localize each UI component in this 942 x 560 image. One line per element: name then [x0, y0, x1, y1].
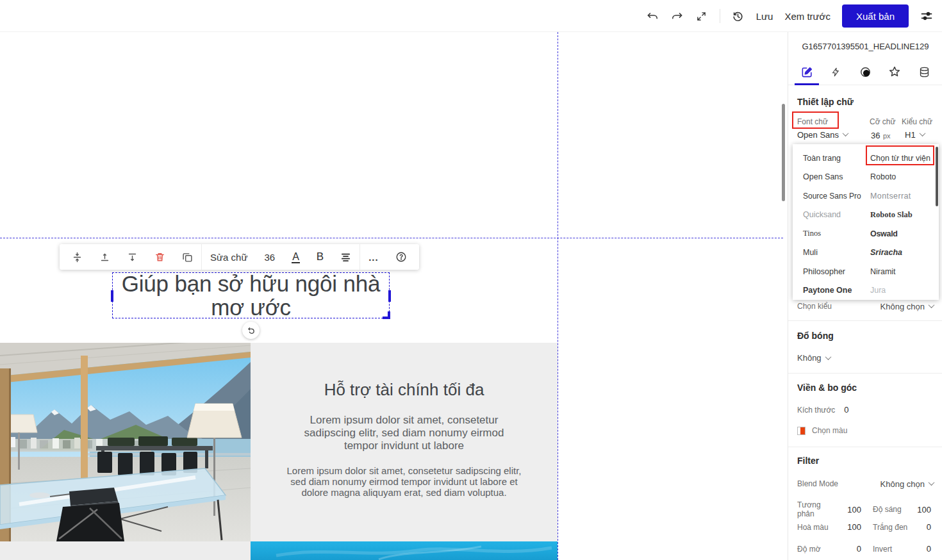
- border-title: Viền & bo góc: [797, 383, 857, 393]
- blend-mode-label: Blend Mode: [797, 479, 838, 488]
- font-option[interactable]: Roboto: [870, 172, 939, 181]
- valign-bottom-icon[interactable]: [119, 244, 146, 270]
- properties-panel: G1657701395501_HEADLINE129 Thiết lập chữ…: [788, 0, 942, 560]
- bold-button[interactable]: B: [308, 244, 332, 270]
- filter-value-input[interactable]: 0: [838, 544, 861, 554]
- font-option[interactable]: Jura: [870, 286, 939, 295]
- tab-data[interactable]: [914, 62, 934, 81]
- chevron-down-icon: [843, 130, 849, 136]
- filter-value-input[interactable]: 100: [838, 505, 861, 515]
- undo-icon[interactable]: [647, 10, 659, 22]
- canvas-scrollbar[interactable]: [782, 104, 785, 201]
- chevron-down-icon: [825, 354, 831, 360]
- font-option[interactable]: Source Sans Pro: [803, 192, 870, 201]
- valign-top-icon[interactable]: [91, 244, 119, 270]
- settings-sliders-icon[interactable]: [920, 10, 933, 22]
- fullscreen-icon[interactable]: [695, 10, 708, 22]
- font-label: Font chữ: [797, 115, 828, 127]
- app-window: Lưu Xem trước Xuất bản: [0, 0, 942, 560]
- section-paragraph: Lorem ipsum dolor sit amet, consetetur s…: [293, 414, 515, 452]
- chevron-down-icon: [929, 302, 935, 308]
- help-icon[interactable]: [387, 244, 415, 270]
- shadow-title: Đổ bóng: [797, 331, 834, 341]
- rotate-handle[interactable]: [242, 322, 260, 339]
- border-color-label: Chọn màu: [812, 426, 847, 435]
- text-align-icon[interactable]: [332, 244, 359, 270]
- tab-animation[interactable]: [827, 62, 846, 81]
- history-icon[interactable]: [732, 10, 745, 22]
- top-toolbar: Lưu Xem trước Xuất bản: [0, 0, 942, 32]
- save-button[interactable]: Lưu: [756, 11, 773, 22]
- font-option[interactable]: Muli: [803, 248, 870, 257]
- shadow-select[interactable]: Không: [797, 353, 934, 363]
- headline-text: Giúp bạn sở hữu ngôi nhà mơ ước: [113, 272, 389, 319]
- toolbar-separator: [720, 9, 720, 23]
- valign-middle-icon[interactable]: [63, 244, 91, 270]
- style-label: Kiểu chữ: [902, 115, 932, 127]
- font-size-input[interactable]: 36 px: [871, 129, 891, 141]
- style-picker-label: Chọn kiểu: [797, 302, 832, 311]
- font-option[interactable]: Oswald: [870, 229, 939, 238]
- style-picker-select[interactable]: Không chọn: [880, 301, 934, 312]
- border-size-input[interactable]: 0: [844, 405, 848, 415]
- filter-value-input[interactable]: 100: [910, 505, 931, 515]
- font-option[interactable]: Toàn trang: [803, 154, 870, 163]
- border-size-row: Kích thước 0: [797, 405, 934, 415]
- font-option[interactable]: Paytone One: [803, 286, 870, 295]
- tab-effects[interactable]: [856, 62, 875, 81]
- more-options-button[interactable]: ...: [360, 244, 387, 270]
- size-label: Cỡ chữ: [870, 115, 896, 127]
- text-settings-title: Thiết lập chữ: [797, 97, 854, 107]
- border-size-label: Kích thước: [797, 406, 835, 415]
- font-option-library[interactable]: Chọn từ thư viện: [870, 154, 939, 163]
- filter-value-input[interactable]: 100: [838, 522, 861, 532]
- font-option[interactable]: Niramit: [870, 267, 939, 276]
- delete-icon[interactable]: [146, 244, 174, 270]
- element-id-label: G1657701395501_HEADLINE129: [788, 42, 942, 51]
- color-swatch-icon[interactable]: [797, 427, 806, 435]
- tab-favorites[interactable]: [885, 62, 904, 81]
- font-option[interactable]: Philosopher: [803, 267, 870, 276]
- filter-title: Filter: [797, 456, 819, 466]
- resize-handle-left[interactable]: [111, 290, 113, 302]
- font-option[interactable]: Tinos: [803, 229, 870, 238]
- font-option[interactable]: Sriracha: [870, 248, 939, 257]
- redo-icon[interactable]: [671, 10, 684, 22]
- font-color-button[interactable]: A: [283, 244, 308, 270]
- font-size-value[interactable]: 36: [256, 244, 283, 270]
- border-color-row[interactable]: Chọn màu: [797, 426, 934, 435]
- active-tab-underline: [795, 83, 819, 85]
- publish-button[interactable]: Xuất bản: [842, 4, 909, 28]
- heading-style-select[interactable]: H1: [905, 129, 925, 140]
- content-section[interactable]: Hỗ trợ tài chính tối đa Lorem ipsum dolo…: [251, 343, 558, 541]
- font-option[interactable]: Quicksand: [803, 210, 870, 219]
- style-picker-row: Chọn kiểu Không chọn: [797, 301, 934, 312]
- chevron-down-icon: [919, 130, 925, 136]
- dropdown-scrollbar[interactable]: [936, 147, 938, 206]
- section-guide-vertical: [558, 32, 558, 560]
- font-family-select[interactable]: Open Sans: [797, 129, 848, 140]
- duplicate-icon[interactable]: [174, 244, 201, 270]
- section-guide-horizontal: [0, 238, 783, 238]
- interior-photo[interactable]: [0, 343, 251, 541]
- edit-text-button[interactable]: Sửa chữ: [202, 244, 256, 270]
- element-floating-toolbar: Sửa chữ 36 A B ...: [60, 244, 419, 270]
- font-option[interactable]: Montserrat: [870, 192, 939, 201]
- sky-image-strip[interactable]: [251, 541, 558, 560]
- blend-mode-select[interactable]: Không chọn: [880, 478, 934, 490]
- font-option[interactable]: Roboto Slab: [870, 210, 939, 220]
- filter-value-input[interactable]: 0: [910, 544, 931, 554]
- chevron-down-icon: [929, 479, 935, 486]
- section-gap: [0, 541, 251, 560]
- font-dropdown-menu: Toàn trang Chọn từ thư viện Open Sans Ro…: [793, 144, 939, 300]
- tab-edit-active[interactable]: [797, 62, 816, 81]
- section-heading: Hỗ trợ tài chính tối đa: [251, 380, 558, 400]
- resize-handle-corner[interactable]: [383, 311, 390, 319]
- resize-handle-right[interactable]: [388, 290, 391, 302]
- preview-button[interactable]: Xem trước: [784, 11, 830, 22]
- selected-headline-element[interactable]: Giúp bạn sở hữu ngôi nhà mơ ước: [112, 272, 390, 318]
- font-option[interactable]: Open Sans: [803, 172, 870, 181]
- filter-value-input[interactable]: 0: [910, 522, 931, 532]
- panel-tabs: [788, 59, 942, 85]
- font-color-glyph: A: [292, 251, 300, 263]
